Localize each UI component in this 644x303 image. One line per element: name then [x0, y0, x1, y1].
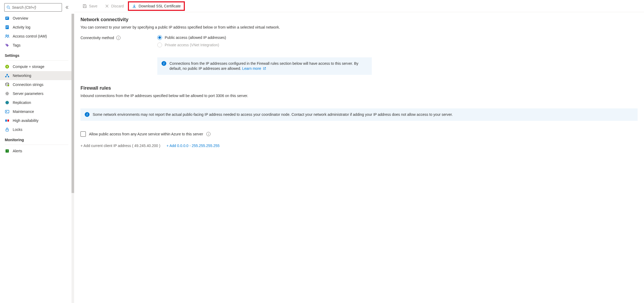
connectivity-method-text: Connectivity method: [80, 36, 114, 40]
connectivity-method-label: Connectivity method i: [80, 35, 157, 40]
sidebar-item-maintenance[interactable]: Maintenance: [0, 107, 73, 116]
sidebar-scroll: Overview Activity log Access control (IA…: [0, 14, 74, 303]
sidebar-item-locks[interactable]: Locks: [0, 125, 73, 134]
high-availability-icon: [5, 118, 10, 123]
sidebar-item-label: Server parameters: [13, 91, 43, 96]
svg-rect-4: [6, 18, 8, 19]
save-icon: [83, 4, 87, 8]
sidebar-item-overview[interactable]: Overview: [0, 14, 73, 23]
svg-point-20: [8, 85, 9, 86]
add-firewall-rules-row: + Add current client IP address ( 49.245…: [80, 144, 638, 148]
add-full-range-link[interactable]: + Add 0.0.0.0 - 255.255.255.255: [167, 144, 220, 148]
discard-button[interactable]: Discard: [102, 2, 127, 10]
sidebar-item-networking[interactable]: Networking: [0, 71, 73, 80]
sidebar-item-replication[interactable]: Replication: [0, 98, 73, 107]
section-divider: [5, 60, 68, 61]
learn-more-label: Learn more: [242, 66, 261, 71]
download-ssl-button[interactable]: Download SSL Certificate: [129, 2, 184, 10]
svg-line-1: [9, 8, 10, 9]
radio-public-label: Public access (allowed IP addresses): [165, 35, 226, 40]
sidebar-item-compute-storage[interactable]: $ Compute + storage: [0, 62, 73, 71]
sidebar-item-alerts[interactable]: ! Alerts: [0, 146, 73, 155]
radio-public-access[interactable]: Public access (allowed IP addresses): [157, 35, 638, 40]
connection-strings-icon: [5, 82, 10, 87]
network-connectivity-heading: Network connectivity: [80, 17, 638, 22]
save-button[interactable]: Save: [79, 2, 101, 10]
tags-icon: [5, 43, 10, 48]
firewall-rules-body: Inbound connections from the IP addresse…: [80, 94, 638, 98]
svg-point-10: [8, 35, 9, 36]
search-input[interactable]: [12, 5, 60, 10]
add-client-ip-link[interactable]: + Add current client IP address ( 49.245…: [80, 144, 161, 148]
sidebar-item-connection-strings[interactable]: Connection strings: [0, 80, 73, 89]
sidebar-item-server-parameters[interactable]: Server parameters: [0, 89, 73, 98]
sidebar-item-label: Locks: [13, 127, 23, 132]
main-content: Save Discard Download SSL Certificate Ne…: [74, 0, 644, 303]
section-divider: [5, 145, 68, 145]
svg-rect-24: [5, 110, 9, 113]
firewall-rules-heading: Firewall rules: [80, 85, 638, 91]
svg-rect-29: [7, 120, 9, 122]
sidebar-item-label: Tags: [13, 43, 21, 47]
svg-point-11: [6, 44, 6, 45]
allow-azure-checkbox[interactable]: [80, 131, 86, 137]
networking-icon: [5, 73, 10, 78]
svg-rect-3: [6, 17, 8, 18]
info-icon[interactable]: i: [116, 36, 120, 40]
svg-point-21: [6, 93, 8, 94]
svg-line-18: [7, 75, 8, 77]
activity-log-icon: [5, 25, 10, 30]
sidebar-item-label: Activity log: [13, 25, 30, 29]
sidebar-search-row: [0, 0, 74, 14]
info-callout-network-env: i Some network environments may not repo…: [80, 108, 638, 121]
sidebar-item-tags[interactable]: Tags: [0, 41, 73, 50]
download-icon: [132, 4, 136, 8]
svg-point-0: [7, 6, 9, 8]
radio-private-label: Private access (VNet Integration): [165, 43, 219, 47]
info-icon[interactable]: i: [206, 132, 211, 136]
client-ip-value: ( 49.245.40.200 ): [132, 144, 160, 148]
sidebar-item-label: Replication: [13, 100, 31, 105]
collapse-sidebar-button[interactable]: [64, 4, 70, 10]
svg-rect-30: [6, 129, 8, 131]
external-link-icon: [263, 67, 266, 70]
svg-rect-7: [6, 27, 8, 27]
sidebar: Overview Activity log Access control (IA…: [0, 0, 74, 303]
content-body: Network connectivity You can connect to …: [74, 12, 644, 303]
info-callout-text: Some network environments may not report…: [93, 112, 453, 117]
search-icon: [7, 6, 10, 9]
overview-icon: [5, 16, 10, 21]
info-icon: i: [85, 112, 90, 117]
save-label: Save: [89, 4, 97, 8]
allow-azure-services-row: Allow public access from any Azure servi…: [80, 131, 638, 137]
svg-line-17: [6, 75, 7, 77]
radio-private-access: Private access (VNet Integration): [157, 43, 638, 47]
toolbar: Save Discard Download SSL Certificate: [74, 0, 644, 12]
server-parameters-icon: [5, 91, 10, 96]
learn-more-link[interactable]: Learn more: [242, 66, 266, 71]
sidebar-item-access-control[interactable]: Access control (IAM): [0, 32, 73, 41]
discard-icon: [105, 4, 109, 8]
sidebar-item-label: Maintenance: [13, 109, 34, 114]
svg-point-19: [6, 83, 9, 84]
sidebar-item-activity-log[interactable]: Activity log: [0, 23, 73, 32]
sidebar-item-label: Access control (IAM): [13, 34, 47, 38]
svg-text:!: !: [7, 150, 7, 153]
sidebar-item-label: High availability: [13, 118, 38, 123]
alerts-icon: !: [5, 149, 10, 153]
connectivity-method-row: Connectivity method i Public access (all…: [80, 35, 638, 50]
compute-storage-icon: $: [5, 64, 10, 69]
sidebar-item-label: Compute + storage: [13, 65, 44, 69]
svg-point-9: [6, 35, 7, 36]
sidebar-scrollbar[interactable]: [71, 14, 74, 303]
radio-button-icon: [157, 35, 162, 40]
search-box[interactable]: [4, 3, 62, 12]
scrollbar-thumb[interactable]: [71, 14, 74, 193]
sidebar-item-high-availability[interactable]: High availability: [0, 116, 73, 125]
download-ssl-label: Download SSL Certificate: [138, 4, 181, 8]
svg-rect-8: [6, 28, 7, 28]
discard-label: Discard: [111, 4, 124, 8]
monitoring-section-header: Monitoring: [0, 134, 73, 144]
settings-section-header: Settings: [0, 50, 73, 59]
info-icon: i: [162, 61, 166, 66]
